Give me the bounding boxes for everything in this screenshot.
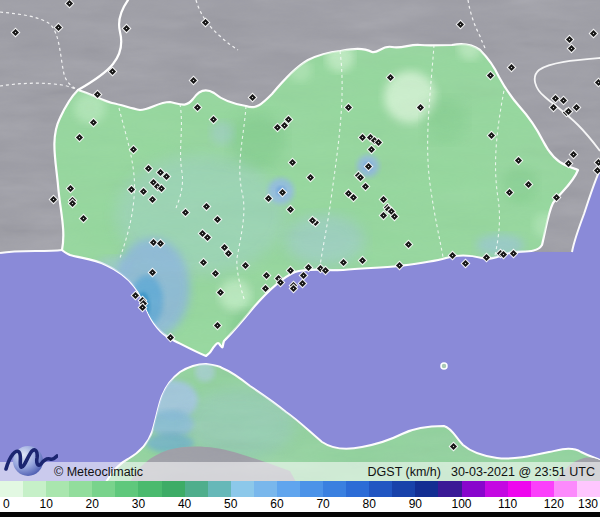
station-marker[interactable]: [66, 0, 73, 7]
station-marker[interactable]: [149, 269, 156, 276]
station-marker[interactable]: [109, 68, 116, 75]
station-marker[interactable]: [560, 97, 567, 104]
station-marker[interactable]: [375, 139, 382, 146]
station-marker[interactable]: [50, 196, 57, 203]
station-marker[interactable]: [279, 189, 286, 196]
station-marker[interactable]: [123, 25, 130, 32]
station-marker[interactable]: [387, 74, 394, 81]
station-marker[interactable]: [299, 280, 306, 287]
station-marker[interactable]: [345, 104, 352, 111]
station-marker[interactable]: [12, 29, 19, 36]
station-marker[interactable]: [552, 95, 559, 102]
station-marker[interactable]: [214, 322, 221, 329]
station-marker[interactable]: [130, 146, 137, 153]
station-marker[interactable]: [350, 194, 357, 201]
station-marker[interactable]: [145, 165, 152, 172]
station-marker[interactable]: [340, 259, 347, 266]
station-marker[interactable]: [202, 19, 209, 26]
station-marker[interactable]: [203, 203, 210, 210]
station-marker[interactable]: [167, 334, 174, 341]
station-marker[interactable]: [380, 212, 387, 219]
station-marker[interactable]: [568, 45, 575, 52]
station-marker[interactable]: [242, 262, 249, 269]
station-marker[interactable]: [365, 163, 372, 170]
station-marker[interactable]: [595, 79, 600, 86]
station-marker[interactable]: [140, 188, 147, 195]
station-marker[interactable]: [287, 267, 294, 274]
station-marker[interactable]: [590, 30, 597, 37]
station-marker[interactable]: [263, 272, 270, 279]
station-marker[interactable]: [570, 151, 577, 158]
station-marker[interactable]: [488, 132, 495, 139]
timestamp: 30-03-2021 @ 23:51 UTC: [451, 465, 595, 479]
legend-tick-label: 60: [270, 498, 283, 511]
station-marker[interactable]: [594, 167, 600, 174]
station-marker[interactable]: [380, 196, 387, 203]
station-marker[interactable]: [417, 104, 424, 111]
station-marker[interactable]: [285, 116, 292, 123]
station-marker[interactable]: [158, 185, 165, 192]
station-marker[interactable]: [289, 159, 296, 166]
station-marker[interactable]: [80, 215, 87, 222]
station-marker[interactable]: [362, 183, 369, 190]
station-marker[interactable]: [550, 104, 557, 111]
station-marker[interactable]: [510, 250, 517, 257]
station-marker[interactable]: [277, 279, 284, 286]
station-marker[interactable]: [357, 174, 364, 181]
station-marker[interactable]: [368, 146, 375, 153]
station-marker[interactable]: [210, 116, 217, 123]
station-marker[interactable]: [396, 262, 403, 269]
station-marker[interactable]: [405, 241, 412, 248]
station-marker[interactable]: [163, 173, 170, 180]
station-marker[interactable]: [157, 240, 164, 247]
station-marker[interactable]: [487, 72, 494, 79]
station-marker[interactable]: [450, 443, 457, 450]
meteoclimatic-logo[interactable]: [2, 437, 58, 483]
station-marker[interactable]: [200, 259, 207, 266]
station-marker[interactable]: [359, 134, 366, 141]
station-marker[interactable]: [214, 216, 221, 223]
station-marker[interactable]: [190, 77, 197, 84]
station-marker[interactable]: [391, 213, 398, 220]
station-marker[interactable]: [182, 209, 189, 216]
station-marker[interactable]: [566, 36, 573, 43]
station-marker[interactable]: [249, 94, 256, 101]
station-marker[interactable]: [225, 250, 232, 257]
station-marker[interactable]: [565, 160, 572, 167]
station-marker[interactable]: [149, 196, 156, 203]
station-marker[interactable]: [300, 272, 307, 279]
legend-tick-label: 50: [224, 498, 237, 511]
station-marker[interactable]: [204, 234, 211, 241]
station-marker[interactable]: [67, 185, 74, 192]
station-marker[interactable]: [212, 270, 219, 277]
station-marker[interactable]: [287, 206, 294, 213]
station-marker[interactable]: [500, 251, 507, 258]
station-marker[interactable]: [194, 104, 201, 111]
station-marker[interactable]: [55, 24, 62, 31]
station-marker[interactable]: [265, 195, 272, 202]
station-marker[interactable]: [305, 264, 312, 271]
station-marker[interactable]: [483, 254, 490, 261]
station-marker[interactable]: [573, 104, 580, 111]
station-marker[interactable]: [515, 157, 522, 164]
station-marker[interactable]: [217, 289, 224, 296]
station-marker[interactable]: [462, 260, 469, 267]
station-marker[interactable]: [457, 21, 464, 28]
station-marker[interactable]: [90, 119, 97, 126]
station-marker[interactable]: [128, 186, 135, 193]
station-marker[interactable]: [94, 91, 101, 98]
station-marker[interactable]: [525, 181, 532, 188]
legend-tick-label: 120: [544, 498, 564, 511]
station-marker[interactable]: [553, 194, 560, 201]
station-marker[interactable]: [307, 174, 314, 181]
station-marker[interactable]: [595, 159, 600, 166]
station-marker[interactable]: [506, 189, 513, 196]
station-marker[interactable]: [132, 292, 139, 299]
station-marker[interactable]: [508, 64, 515, 71]
station-marker[interactable]: [449, 252, 456, 259]
station-marker[interactable]: [262, 285, 269, 292]
station-marker[interactable]: [281, 122, 288, 129]
station-marker[interactable]: [322, 267, 329, 274]
station-marker[interactable]: [76, 134, 83, 141]
station-marker[interactable]: [359, 257, 366, 264]
